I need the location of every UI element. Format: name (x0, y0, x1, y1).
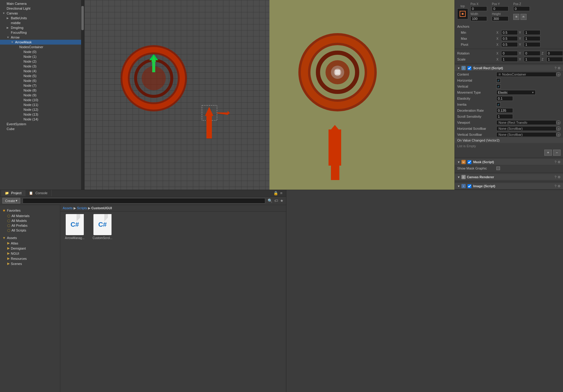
pos-x-input[interactable] (470, 6, 487, 11)
mask-enabled[interactable] (467, 160, 471, 164)
file-item-customscroll[interactable]: C# CustomScrol... (90, 214, 115, 240)
hierarchy-item-arrow-mask[interactable]: ▼ArrowMask (0, 40, 81, 45)
h-scrollbar-target-btn[interactable]: ◎ (556, 126, 561, 131)
pos-y-input[interactable] (492, 6, 508, 11)
h-scrollbar-field[interactable]: None (Scrollbar) (496, 126, 556, 131)
breadcrumb-scripts[interactable]: Scripts (77, 206, 87, 210)
content-target-btn[interactable]: ◎ (556, 72, 561, 76)
hierarchy-item-node-11[interactable]: Node (11) (0, 102, 81, 107)
remove-event-btn[interactable]: − (553, 150, 561, 156)
image-header[interactable]: ▼ I Image (Script) ? ⚙ (455, 183, 563, 189)
horizontal-checkbox[interactable] (496, 78, 501, 82)
mask-help-btn[interactable]: ? (555, 160, 556, 164)
hierarchy-item-main-camera[interactable]: Main Camera (0, 1, 81, 6)
content-field[interactable]: ⊞ NodesContainer (496, 72, 556, 77)
hierarchy-item-node-1[interactable]: Node (1) (0, 54, 81, 59)
breadcrumb-customugui[interactable]: CustomUGUI (91, 206, 112, 210)
elasticity-input[interactable] (496, 96, 513, 101)
hierarchy-item-node-8[interactable]: Node (8) (0, 88, 81, 93)
hierarchy-item-node-12[interactable]: Node (12) (0, 107, 81, 112)
anchor-square[interactable] (457, 8, 468, 19)
hierarchy-item-node-14[interactable]: Node (14) (0, 117, 81, 122)
sidebar-item-all-prefabs[interactable]: ◯ All Prefabs (0, 223, 60, 228)
v-scrollbar-target-btn[interactable]: ◎ (556, 132, 561, 137)
scroll-sens-input[interactable] (496, 114, 513, 119)
scroll-rect-help-btn[interactable]: ? (555, 66, 556, 70)
scroll-rect-header[interactable]: ▼ ! Scroll Rect (Script) ? ⚙ (455, 65, 563, 71)
hierarchy-item-node-6[interactable]: Node (6) (0, 78, 81, 83)
assets-header[interactable]: ▼ Assets (0, 235, 60, 241)
hierarchy-item-focus-ring[interactable]: FocusRing (0, 30, 81, 35)
scene-panel[interactable] (84, 0, 454, 190)
scroll-rect-settings-btn[interactable]: ⚙ (558, 66, 561, 70)
hierarchy-item-node-3[interactable]: Node (3) (0, 64, 81, 69)
breadcrumb-assets[interactable]: Assets (63, 206, 73, 210)
scale-z-input[interactable] (546, 57, 563, 62)
hierarchy-item-node-0[interactable]: Node (0) (0, 49, 81, 54)
rot-x-input[interactable] (501, 51, 518, 56)
add-event-btn[interactable]: + (544, 150, 552, 156)
sidebar-item-all-scripts[interactable]: ◯ All Scripts (0, 228, 60, 233)
hierarchy-item-node-9[interactable]: Node (9) (0, 93, 81, 98)
hierarchy-item-node-5[interactable]: Node (5) (0, 73, 81, 78)
tag-icon[interactable]: 🏷 (274, 198, 278, 203)
hierarchy-item-arrow[interactable]: ▼Arrow (0, 35, 81, 40)
mask-header[interactable]: ▼ M Mask (Script) ? ⚙ (455, 159, 563, 165)
width-input[interactable] (470, 16, 487, 21)
pivot-y-input[interactable] (524, 42, 540, 47)
max-y-input[interactable] (524, 36, 540, 41)
viewport-field[interactable]: None (Rect Transfo (496, 120, 556, 125)
scale-y-input[interactable] (524, 57, 540, 62)
inertia-checkbox[interactable] (496, 102, 501, 107)
rot-z-input[interactable] (546, 51, 563, 56)
canvas-renderer-settings-btn[interactable]: ⚙ (558, 175, 561, 179)
sidebar-item-resources[interactable]: ▶ Resources (0, 256, 60, 261)
project-search-input[interactable] (23, 198, 265, 204)
hierarchy-item-node-10[interactable]: Node (10) (0, 98, 81, 102)
hierarchy-item-battle-units[interactable]: ▶BattleUnits (0, 16, 81, 20)
hierarchy-item-nodes-container[interactable]: NodesContainer (0, 45, 81, 49)
hierarchy-item-node-4[interactable]: Node (4) (0, 69, 81, 73)
create-button[interactable]: Create ▾ (2, 198, 20, 204)
tab-console[interactable]: 📋 Console (25, 190, 51, 196)
hierarchy-item-middle[interactable]: middle (0, 20, 81, 25)
constraint-btn[interactable]: ⊞ (513, 14, 519, 20)
favorites-header[interactable]: ★ Favorites (0, 207, 60, 213)
pivot-x-input[interactable] (501, 42, 518, 47)
hierarchy-item-canvas[interactable]: ▼Canvas (0, 11, 81, 16)
tab-project[interactable]: 📁 Project (1, 190, 25, 196)
decel-rate-input[interactable] (496, 108, 513, 113)
min-y-input[interactable] (524, 30, 540, 35)
canvas-renderer-help-btn[interactable]: ? (555, 175, 556, 179)
vertical-checkbox[interactable] (496, 84, 501, 89)
canvas-renderer-header[interactable]: ▼ C Canvas Renderer ? ⚙ (455, 174, 563, 180)
image-enabled[interactable] (467, 184, 471, 188)
pos-z-input[interactable] (513, 6, 530, 11)
scale-x-input[interactable] (501, 57, 518, 62)
search-icon[interactable]: 🔍 (268, 198, 272, 203)
lock-icon[interactable]: 🔒 (273, 191, 278, 195)
hierarchy-item-cube[interactable]: Cube (0, 126, 81, 131)
hierarchy-item-node-7[interactable]: Node (7) (0, 83, 81, 88)
panel-menu-icon[interactable]: ≡ (280, 191, 282, 195)
height-input[interactable] (492, 16, 508, 21)
movement-type-dropdown[interactable]: Elastic ▼ (496, 90, 536, 95)
hierarchy-item-node-13[interactable]: Node (13) (0, 112, 81, 117)
hierarchy-item-node-2[interactable]: Node (2) (0, 59, 81, 64)
viewport-target-btn[interactable]: ◎ (556, 120, 561, 125)
hierarchy-item-event-system[interactable]: EventSystem (0, 122, 81, 126)
mask-settings-btn[interactable]: ⚙ (558, 160, 561, 164)
star-filter-icon[interactable]: ★ (280, 198, 284, 203)
image-help-btn[interactable]: ? (555, 184, 556, 188)
hierarchy-scrollbar[interactable] (81, 0, 84, 190)
hierarchy-item-dmgimg[interactable]: ▶DmgImg (0, 25, 81, 30)
sidebar-item-demigiant[interactable]: ▶ Demigiant (0, 246, 60, 251)
file-item-arrowmanager[interactable]: C# ArrowManag... (63, 214, 87, 240)
image-settings-btn[interactable]: ⚙ (558, 184, 561, 188)
sidebar-item-all-materials[interactable]: ◯ All Materials (0, 213, 60, 218)
hierarchy-item-directional-light[interactable]: Directional Light (0, 6, 81, 11)
reset-btn[interactable]: R (521, 14, 527, 20)
rot-y-input[interactable] (524, 51, 540, 56)
max-x-input[interactable] (501, 36, 518, 41)
sidebar-item-all-models[interactable]: ◯ All Models (0, 218, 60, 223)
